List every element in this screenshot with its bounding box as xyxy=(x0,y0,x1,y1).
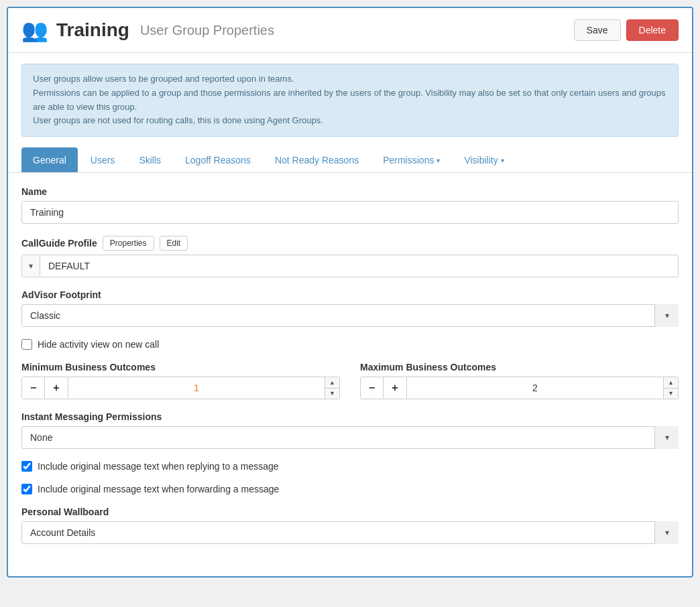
hide-activity-label[interactable]: Hide activity view on new call xyxy=(38,339,159,350)
min-outcomes-group: Minimum Business Outcomes − + 1 ▲ ▼ xyxy=(21,362,340,399)
advisor-footprint-group: AdVisor Footprint Classic ▾ xyxy=(21,289,679,327)
personal-wallboard-select-wrapper: Account Details ▾ xyxy=(21,521,679,544)
advisor-footprint-label: AdVisor Footprint xyxy=(21,289,679,300)
personal-wallboard-group: Personal Wallboard Account Details ▾ xyxy=(21,507,679,544)
callguide-dropdown[interactable]: ▾ DEFAULT xyxy=(21,255,679,277)
max-outcomes-label: Maximum Business Outcomes xyxy=(360,362,679,373)
content-area: Name CallGuide Profile Properties Edit ▾… xyxy=(8,173,692,576)
im-permissions-group: Instant Messaging Permissions None ▾ xyxy=(21,411,679,449)
header: 👥 Training User Group Properties Save De… xyxy=(8,8,692,53)
header-actions: Save Delete xyxy=(574,19,679,41)
tab-general[interactable]: General xyxy=(21,147,78,172)
min-outcomes-label: Minimum Business Outcomes xyxy=(21,362,340,373)
hide-activity-row: Hide activity view on new call xyxy=(21,339,679,350)
callguide-label: CallGuide Profile xyxy=(21,238,97,249)
tabs-bar: General Users Skills Logoff Reasons Not … xyxy=(8,147,692,173)
callguide-properties-button[interactable]: Properties xyxy=(103,236,154,251)
tab-visibility[interactable]: Visibility ▾ xyxy=(453,147,515,172)
business-outcomes-row: Minimum Business Outcomes − + 1 ▲ ▼ Maxi… xyxy=(21,362,679,399)
include-reply-row: Include original message text when reply… xyxy=(21,461,679,472)
hide-activity-checkbox[interactable] xyxy=(21,339,32,350)
min-outcomes-spin-down-button[interactable]: ▼ xyxy=(325,389,339,399)
advisor-footprint-select[interactable]: Classic xyxy=(21,304,679,327)
max-outcomes-spin-down-button[interactable]: ▼ xyxy=(664,389,678,399)
include-forward-checkbox[interactable] xyxy=(21,484,32,494)
personal-wallboard-select[interactable]: Account Details xyxy=(21,521,679,544)
include-forward-row: Include original message text when forwa… xyxy=(21,484,679,494)
permissions-chevron-icon: ▾ xyxy=(436,157,440,164)
max-outcomes-value: 2 xyxy=(407,377,663,399)
visibility-chevron-icon: ▾ xyxy=(501,157,504,164)
include-forward-label[interactable]: Include original message text when forwa… xyxy=(38,484,279,494)
info-line-1: User groups allow users to be grouped an… xyxy=(33,72,667,86)
tab-not-ready-reasons[interactable]: Not Ready Reasons xyxy=(264,147,370,172)
max-outcomes-spin: ▲ ▼ xyxy=(663,377,678,399)
min-outcomes-spin-up-button[interactable]: ▲ xyxy=(325,377,339,389)
min-outcomes-value: 1 xyxy=(68,377,325,399)
advisor-footprint-select-wrapper: Classic ▾ xyxy=(21,304,679,327)
im-permissions-label: Instant Messaging Permissions xyxy=(21,411,679,422)
info-line-3: User groups are not used for routing cal… xyxy=(33,114,667,128)
max-outcomes-group: Maximum Business Outcomes − + 2 ▲ ▼ xyxy=(360,362,679,399)
tab-logoff-reasons[interactable]: Logoff Reasons xyxy=(174,147,262,172)
callguide-edit-button[interactable]: Edit xyxy=(160,236,188,251)
callguide-header: CallGuide Profile Properties Edit xyxy=(21,236,679,251)
tab-skills[interactable]: Skills xyxy=(127,147,172,172)
min-outcomes-minus-button[interactable]: − xyxy=(22,377,45,399)
page-container: 👥 Training User Group Properties Save De… xyxy=(7,7,693,578)
callguide-group: CallGuide Profile Properties Edit ▾ DEFA… xyxy=(21,236,679,277)
users-icon: 👥 xyxy=(21,17,48,43)
personal-wallboard-label: Personal Wallboard xyxy=(21,507,679,517)
tab-permissions[interactable]: Permissions ▾ xyxy=(371,147,451,172)
include-reply-label[interactable]: Include original message text when reply… xyxy=(38,461,279,472)
max-outcomes-spin-up-button[interactable]: ▲ xyxy=(664,377,678,389)
min-outcomes-spin: ▲ ▼ xyxy=(325,377,339,399)
include-reply-checkbox[interactable] xyxy=(21,461,32,472)
delete-button[interactable]: Delete xyxy=(626,19,679,41)
save-button[interactable]: Save xyxy=(574,19,621,41)
info-line-2: Permissions can be applied to a group an… xyxy=(33,86,667,115)
max-outcomes-minus-button[interactable]: − xyxy=(361,377,384,399)
min-outcomes-plus-button[interactable]: + xyxy=(45,377,68,399)
name-label: Name xyxy=(21,186,679,197)
tab-users[interactable]: Users xyxy=(79,147,127,172)
callguide-value: DEFAULT xyxy=(40,255,678,277)
max-outcomes-stepper: − + 2 ▲ ▼ xyxy=(360,377,679,399)
name-group: Name xyxy=(21,186,679,224)
max-outcomes-plus-button[interactable]: + xyxy=(384,377,406,399)
min-outcomes-stepper: − + 1 ▲ ▼ xyxy=(21,377,340,399)
name-input[interactable] xyxy=(21,201,679,224)
page-subtitle: User Group Properties xyxy=(140,23,274,38)
page-title: Training xyxy=(56,19,129,41)
callguide-arrow-btn[interactable]: ▾ xyxy=(22,256,40,276)
info-box: User groups allow users to be grouped an… xyxy=(21,64,679,137)
im-permissions-select-wrapper: None ▾ xyxy=(21,426,679,449)
im-permissions-select[interactable]: None xyxy=(21,426,679,449)
